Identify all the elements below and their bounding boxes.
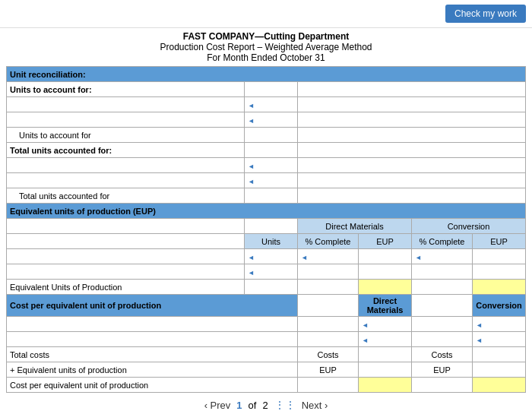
cost-per-eup-result-label: Cost per equivalent unit of production — [7, 378, 298, 393]
total-units-col — [245, 143, 298, 158]
units-desc-2[interactable] — [7, 112, 245, 128]
direct-materials-header: Direct Materials — [298, 219, 412, 234]
total-pages: 2 — [262, 400, 268, 411]
cost-row-2 — [7, 332, 526, 347]
cost-per-eup-dm[interactable] — [359, 378, 412, 393]
cost-row2-dm[interactable] — [359, 332, 412, 347]
units-row-2 — [7, 112, 526, 128]
cost-per-eup-result-row: Cost per equivalent unit of production — [7, 378, 526, 393]
eup-row2-eup1[interactable] — [359, 264, 412, 280]
eup-data-row-2 — [7, 264, 526, 280]
total-desc-1[interactable] — [7, 158, 245, 173]
total-costs-label: Total costs — [7, 347, 298, 362]
eup-total-units — [245, 280, 298, 295]
units-empty-2 — [298, 112, 526, 128]
prev-button[interactable]: ‹ Prev — [204, 400, 231, 411]
eup-row1-pct2[interactable] — [412, 249, 473, 264]
input-cell-1[interactable] — [245, 82, 298, 97]
eup-row1-eup1[interactable] — [359, 249, 412, 264]
total-costs-dm[interactable] — [359, 347, 412, 362]
units-subheader: Units — [245, 234, 298, 249]
total-empty-2 — [298, 173, 526, 188]
cost-per-eup-conv[interactable] — [473, 378, 526, 393]
eup-row2-eup2[interactable] — [473, 264, 526, 280]
eup1-subheader: EUP — [359, 234, 412, 249]
eup-desc-col — [7, 234, 245, 249]
cost-per-eup-label: Cost per equivalent unit of production — [7, 295, 298, 317]
empty-cell-1 — [298, 82, 526, 97]
total-units-empty — [298, 143, 526, 158]
eup-col-headers-row: Direct Materials Conversion — [7, 219, 526, 234]
cost-row1-dm[interactable] — [359, 317, 412, 332]
eup-row1-desc[interactable] — [7, 249, 245, 264]
cost-direct-mat-label: Direct Materials — [359, 295, 412, 317]
cost-row-1 — [7, 317, 526, 332]
eup-row1-eup2[interactable] — [473, 249, 526, 264]
plus-eup-conv[interactable] — [473, 362, 526, 378]
report-title-line3: For Month Ended October 31 — [6, 52, 526, 63]
eup-row1-units[interactable] — [245, 249, 298, 264]
eup-row2-pct1 — [298, 264, 359, 280]
units-desc-1[interactable] — [7, 97, 245, 112]
eup-row2-desc[interactable] — [7, 264, 245, 280]
eup-header-row: Equivalent units of production (EUP) — [7, 204, 526, 219]
eup-total-row: Equivalent Units of Production — [7, 280, 526, 295]
cost-row1-desc[interactable] — [7, 317, 298, 332]
grid-icon[interactable]: ⋮⋮ — [274, 399, 296, 411]
units-row-1 — [7, 97, 526, 112]
total-accounted-empty — [298, 188, 526, 204]
report-content: FAST COMPANY—Cutting Department Producti… — [0, 28, 532, 411]
plus-eup-dm[interactable] — [359, 362, 412, 378]
cost-conversion-label: Conversion — [473, 295, 526, 317]
eup-data-row-1 — [7, 249, 526, 264]
eup-units-col — [245, 219, 298, 234]
total-units-row-2 — [7, 173, 526, 188]
units-account-for-label: Units to account for: — [7, 82, 245, 97]
eup-label: Equivalent units of production (EUP) — [7, 204, 526, 219]
unit-recon-header-row: Unit reconciliation: — [7, 67, 526, 82]
total-accounted-label: Total units accounted for — [7, 188, 245, 204]
cost-row2-desc[interactable] — [7, 332, 298, 347]
units-val-2[interactable] — [245, 112, 298, 128]
eup-total-pct1 — [298, 280, 359, 295]
cost-row1-empty — [298, 317, 359, 332]
eup2-subheader: EUP — [473, 234, 526, 249]
pagination: ‹ Prev 1 of 2 ⋮⋮ Next › — [6, 393, 526, 411]
eup-row2-units[interactable] — [245, 264, 298, 280]
report-title-line2: Production Cost Report – Weighted Averag… — [6, 42, 526, 52]
cost-per-eup-empty — [298, 378, 359, 393]
total-val-1[interactable] — [245, 158, 298, 173]
cost-row2-conv[interactable] — [473, 332, 526, 347]
cost-row2-empty — [298, 332, 359, 347]
cost-row1-empty2 — [412, 317, 473, 332]
eup-total-eup1[interactable] — [359, 280, 412, 295]
report-header: FAST COMPANY—Cutting Department Producti… — [6, 31, 526, 63]
cost-header-row: Cost per equivalent unit of production D… — [7, 295, 526, 317]
units-total-empty — [298, 128, 526, 143]
cost-empty-2 — [412, 295, 473, 317]
total-desc-2[interactable] — [7, 173, 245, 188]
next-button[interactable]: Next › — [302, 400, 328, 411]
plus-eup-eup2: EUP — [412, 362, 473, 378]
total-costs-costs1: Costs — [298, 347, 359, 362]
check-my-work-button[interactable]: Check my work — [445, 5, 526, 23]
total-units-header-row: Total units accounted for: — [7, 143, 526, 158]
cost-per-eup-empty2 — [412, 378, 473, 393]
report-title-line1: FAST COMPANY—Cutting Department — [6, 31, 526, 42]
units-val-1[interactable] — [245, 97, 298, 112]
total-costs-costs2: Costs — [412, 347, 473, 362]
current-page: 1 — [236, 400, 242, 411]
eup-total-eup2[interactable] — [473, 280, 526, 295]
total-accounted-val[interactable] — [245, 188, 298, 204]
eup-row1-pct1[interactable] — [298, 249, 359, 264]
total-costs-conv[interactable] — [473, 347, 526, 362]
of-label: of — [249, 400, 257, 411]
eup-row2-pct2 — [412, 264, 473, 280]
total-units-row-1 — [7, 158, 526, 173]
cost-row1-conv[interactable] — [473, 317, 526, 332]
total-units-label: Total units accounted for: — [7, 143, 245, 158]
total-val-2[interactable] — [245, 173, 298, 188]
units-total-val[interactable] — [245, 128, 298, 143]
main-table: Unit reconciliation: Units to account fo… — [6, 66, 526, 393]
units-total-label: Units to account for — [7, 128, 245, 143]
